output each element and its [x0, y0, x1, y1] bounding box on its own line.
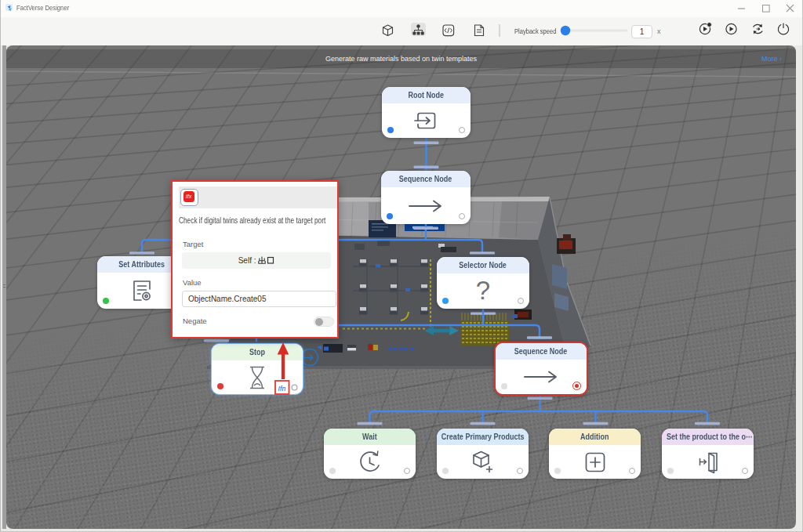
svg-text:Ifn: Ifn — [278, 385, 286, 393]
